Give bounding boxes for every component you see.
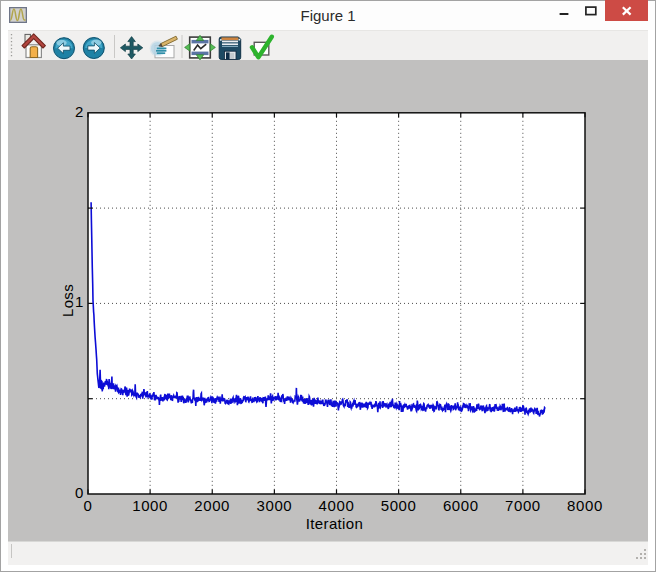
- svg-text:Iteration: Iteration: [306, 515, 363, 532]
- svg-text:8000: 8000: [567, 497, 603, 514]
- svg-text:Loss: Loss: [59, 284, 76, 317]
- svg-text:0: 0: [75, 484, 84, 501]
- svg-text:4000: 4000: [319, 497, 355, 514]
- svg-text:1: 1: [75, 293, 84, 310]
- svg-text:1000: 1000: [132, 497, 168, 514]
- svg-text:7000: 7000: [505, 497, 541, 514]
- svg-text:5000: 5000: [381, 497, 417, 514]
- svg-text:2000: 2000: [194, 497, 230, 514]
- svg-text:3000: 3000: [257, 497, 293, 514]
- svg-text:2: 2: [75, 103, 84, 120]
- svg-text:6000: 6000: [443, 497, 479, 514]
- svg-text:0: 0: [84, 497, 93, 514]
